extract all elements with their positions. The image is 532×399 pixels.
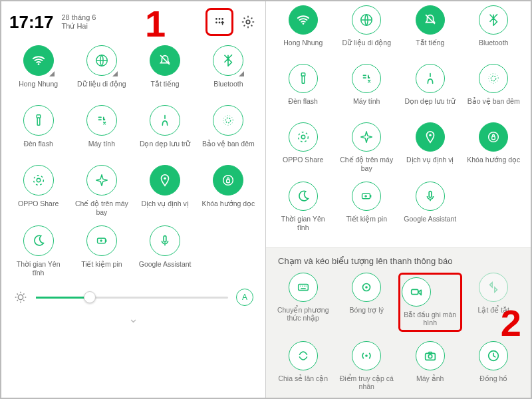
- camera-icon: [416, 341, 445, 370]
- tile-airplane[interactable]: Chế độ trên máy bay: [335, 122, 399, 172]
- tile-label: Bảo vệ ban đêm: [467, 97, 520, 113]
- tile-flashlight[interactable]: Đèn flash: [7, 105, 70, 156]
- tile-bell-off[interactable]: Tắt tiếng: [398, 5, 462, 55]
- tile-label: Khóa hướng dọc: [467, 156, 520, 172]
- flip-icon: [479, 273, 508, 302]
- tile-battery-save[interactable]: Tiết kiệm pin: [335, 182, 399, 231]
- battery-save-icon: [86, 225, 117, 256]
- tile-airplane[interactable]: Chế độ trên máy bay: [70, 165, 133, 216]
- tile-night[interactable]: Bảo vệ ban đêm: [462, 64, 526, 113]
- drawer-tiles-grid: Chuyển phương thức nhậpBóng trợ lýBắt đầ…: [271, 273, 525, 391]
- tile-label: Dịch vụ định vị: [406, 156, 454, 172]
- tile-flashlight[interactable]: Đèn flash: [271, 64, 335, 113]
- moon-icon: [289, 182, 318, 211]
- airplane-icon: [352, 122, 381, 152]
- keyboard-icon: [289, 273, 318, 302]
- tile-cleanup[interactable]: Dọn dẹp lưu trữ: [134, 105, 197, 156]
- tile-wifi[interactable]: Hong Nhung: [7, 45, 70, 96]
- bell-off-icon: [416, 5, 445, 35]
- tile-label: Dữ liệu di động: [342, 39, 391, 55]
- record-icon: [402, 277, 431, 307]
- tile-ball[interactable]: Bóng trợ lý: [335, 273, 399, 332]
- tile-nearby[interactable]: Chia sẻ lân cận: [271, 341, 335, 391]
- tile-label: Thời gian Yên tĩnh: [275, 215, 332, 231]
- tile-label: Chế độ trên máy bay: [73, 200, 130, 216]
- tile-label: Dịch vụ định vị: [141, 200, 188, 215]
- drawer-title: Chạm và kéo biểu tượng lên thanh thông b…: [271, 256, 525, 273]
- settings-button[interactable]: [239, 13, 257, 31]
- mic-icon: [416, 182, 445, 211]
- tile-battery-save[interactable]: Tiết kiệm pin: [70, 225, 133, 277]
- tile-label: Dọn dẹp lưu trữ: [140, 140, 190, 156]
- tile-location[interactable]: Dịch vụ định vị: [134, 165, 197, 216]
- tile-keyboard[interactable]: Chuyển phương thức nhập: [271, 273, 335, 332]
- tile-calculator[interactable]: Máy tính: [70, 105, 133, 156]
- tile-location[interactable]: Dịch vụ định vị: [398, 122, 462, 172]
- tile-lock-rotate[interactable]: Khóa hướng dọc: [197, 165, 260, 216]
- wifi-icon: [23, 45, 54, 76]
- share-icon: [289, 122, 318, 152]
- tile-hotspot[interactable]: Điểm truy cập cá nhân: [335, 341, 399, 391]
- tile-bluetooth[interactable]: Bluetooth: [462, 5, 526, 55]
- brightness-icon: [13, 290, 28, 305]
- tile-globe[interactable]: Dữ liệu di động: [335, 5, 399, 55]
- quick-tiles-grid: Hong NhungDữ liệu di độngTắt tiếngBlueto…: [1, 36, 265, 277]
- tile-label: Dọn dẹp lưu trữ: [405, 97, 456, 113]
- hotspot-icon: [352, 341, 381, 370]
- tile-bluetooth[interactable]: Bluetooth: [197, 45, 260, 96]
- tile-label: Đồng hồ: [479, 374, 507, 390]
- tile-lock-rotate[interactable]: Khóa hướng dọc: [462, 122, 526, 172]
- available-tiles-drawer: Chạm và kéo biểu tượng lên thanh thông b…: [266, 247, 531, 398]
- nearby-icon: [289, 341, 318, 370]
- tile-camera[interactable]: Máy ảnh: [398, 341, 462, 391]
- panel-handle[interactable]: ⌄: [1, 310, 265, 329]
- brightness-row: A: [1, 277, 265, 310]
- location-icon: [416, 122, 445, 152]
- tile-share[interactable]: OPPO Share: [271, 122, 335, 172]
- tile-label: Hong Nhung: [19, 80, 58, 96]
- tile-label: Bóng trợ lý: [350, 306, 384, 322]
- brightness-slider[interactable]: [36, 297, 228, 299]
- globe-icon: [86, 45, 117, 76]
- tile-wifi[interactable]: Hong Nhung: [271, 5, 335, 55]
- auto-brightness-toggle[interactable]: A: [236, 289, 253, 306]
- quick-settings-edit-panel: Hong NhungDữ liệu di độngTắt tiếngBlueto…: [266, 1, 531, 398]
- tile-label: Hong Nhung: [283, 39, 323, 55]
- tile-bell-off[interactable]: Tắt tiếng: [134, 45, 197, 96]
- tile-calculator[interactable]: Máy tính: [335, 64, 399, 113]
- tile-mic[interactable]: Google Assistant: [398, 182, 462, 231]
- tile-label: Chuyển phương thức nhập: [275, 306, 332, 323]
- wifi-icon: [289, 5, 318, 35]
- tile-label: Khóa hướng dọc: [201, 200, 255, 215]
- flashlight-icon: [289, 64, 318, 93]
- cleanup-icon: [150, 105, 180, 136]
- date-line2: Thứ Hai: [62, 22, 96, 31]
- tile-moon[interactable]: Thời gian Yên tĩnh: [7, 225, 70, 277]
- tile-label: Google Assistant: [404, 215, 456, 231]
- gear-icon: [241, 15, 255, 29]
- cleanup-icon: [416, 64, 445, 93]
- clock-time: 17:17: [9, 12, 54, 33]
- tile-label: Tiết kiệm pin: [81, 260, 122, 276]
- night-icon: [479, 64, 508, 93]
- tile-record[interactable]: Bắt đầu ghi màn hình: [398, 273, 462, 332]
- tile-moon[interactable]: Thời gian Yên tĩnh: [271, 182, 335, 231]
- tile-label: Bảo vệ ban đêm: [202, 140, 255, 156]
- tile-cleanup[interactable]: Dọn dẹp lưu trữ: [398, 64, 462, 113]
- tile-label: Máy tính: [353, 97, 380, 113]
- edit-tiles-button[interactable]: [209, 11, 230, 33]
- ball-icon: [352, 273, 381, 302]
- moon-icon: [23, 225, 54, 256]
- quick-settings-panel-before: 17:17 28 tháng 6 Thứ Hai 1 Hong NhungDữ …: [1, 1, 266, 398]
- tile-label: Bluetooth: [213, 80, 243, 96]
- tile-label: Bắt đầu ghi màn hình: [402, 311, 459, 327]
- tile-night[interactable]: Bảo vệ ban đêm: [197, 105, 260, 156]
- edit-tiles-highlight: [205, 8, 233, 36]
- tile-label: Thời gian Yên tĩnh: [10, 260, 67, 277]
- tile-globe[interactable]: Dữ liệu di động: [70, 45, 133, 96]
- tile-mic[interactable]: Google Assistant: [134, 225, 197, 277]
- location-icon: [150, 165, 180, 196]
- tile-clock[interactable]: Đồng hồ: [462, 341, 526, 391]
- tile-label: Google Assistant: [139, 260, 192, 276]
- tile-share[interactable]: OPPO Share: [7, 165, 70, 216]
